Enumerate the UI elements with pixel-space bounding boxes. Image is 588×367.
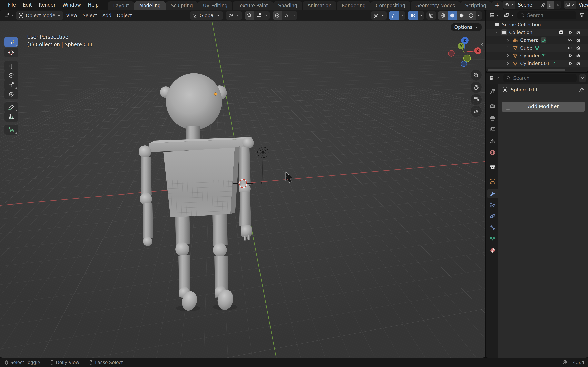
workspace-tab-modeling[interactable]: Modeling xyxy=(134,1,165,10)
outliner-row-collection[interactable]: Collection xyxy=(486,29,588,36)
shading-rendered-button[interactable] xyxy=(466,11,476,20)
tool-move[interactable] xyxy=(4,61,18,71)
render-camera-toggle[interactable] xyxy=(576,61,581,66)
workspace-tab-layout[interactable]: Layout xyxy=(108,1,134,10)
properties-options-button[interactable] xyxy=(579,74,586,82)
collection-icon[interactable] xyxy=(494,22,500,27)
chevron-right-icon[interactable] xyxy=(506,61,510,66)
active-object-name[interactable]: Sphere.011 xyxy=(511,87,538,92)
tool-transform[interactable] xyxy=(4,89,18,99)
orientation-dropdown[interactable]: Global xyxy=(190,11,223,20)
scene-object-empty[interactable] xyxy=(258,147,268,184)
workspace-tab-uv-editing[interactable]: UV Editing xyxy=(198,1,232,10)
properties-tab-scene[interactable] xyxy=(487,136,498,146)
render-camera-toggle[interactable] xyxy=(576,30,581,35)
outliner-scrollbar[interactable] xyxy=(488,69,565,71)
properties-tab-collection[interactable] xyxy=(487,162,498,172)
outliner-row-cube[interactable]: Cube xyxy=(486,44,588,52)
chevron-right-icon[interactable] xyxy=(506,53,510,58)
add-modifier-button[interactable]: Add Modifier xyxy=(502,101,585,112)
workspace-tab-compositing[interactable]: Compositing xyxy=(371,1,410,10)
new-scene-button[interactable] xyxy=(547,1,554,9)
view-layer-name[interactable]: ViewLayer xyxy=(576,2,588,8)
properties-tab-tool[interactable] xyxy=(487,87,498,96)
proportional-edit-toggle[interactable] xyxy=(273,11,282,20)
outliner-item-label[interactable]: Cylinder xyxy=(520,53,540,58)
editor-type-button[interactable] xyxy=(2,12,16,18)
snap-dropdown[interactable] xyxy=(264,11,270,20)
workspace-tab-rendering[interactable]: Rendering xyxy=(337,1,370,10)
properties-tab-particles[interactable] xyxy=(487,200,498,209)
object-camera-icon[interactable] xyxy=(512,37,518,43)
render-camera-toggle[interactable] xyxy=(576,53,581,58)
overlays-dropdown[interactable] xyxy=(418,11,424,20)
render-camera-icon[interactable] xyxy=(576,30,581,35)
checkbox-icon[interactable] xyxy=(559,30,564,35)
workspace-tab-texture-paint[interactable]: Texture Paint xyxy=(233,1,273,10)
eye-icon[interactable] xyxy=(567,61,572,66)
object-mesh-icon[interactable] xyxy=(512,53,518,58)
nav-pan-button[interactable] xyxy=(471,82,482,93)
scene-icon-button[interactable] xyxy=(503,1,515,9)
nav-toggle-projection-button[interactable] xyxy=(471,106,482,117)
outliner-item-label[interactable]: Cube xyxy=(520,45,532,50)
snap-toggle-button[interactable] xyxy=(245,11,254,20)
viewport-menu-object[interactable]: Object xyxy=(114,13,135,18)
properties-tab-view-layer[interactable] xyxy=(487,125,498,134)
workspace-tab-shading[interactable]: Shading xyxy=(273,1,302,10)
show-gizmo-toggle[interactable] xyxy=(389,11,399,20)
properties-editor-type-button[interactable] xyxy=(488,75,501,81)
chevron-right-icon[interactable] xyxy=(506,38,510,43)
outliner-row-scene-collection[interactable]: Scene Collection xyxy=(486,21,588,29)
outliner-row-camera[interactable]: Camera xyxy=(486,36,588,44)
properties-tab-output[interactable] xyxy=(487,114,498,123)
chevron-right-icon[interactable] xyxy=(506,45,510,50)
gizmo-axis-z[interactable]: Z xyxy=(461,37,468,44)
gizmo-axis-neg-z[interactable] xyxy=(461,61,467,67)
outliner-item-label[interactable]: Scene Collection xyxy=(502,22,541,27)
eye-toggle[interactable] xyxy=(567,53,572,58)
properties-tab-world[interactable] xyxy=(487,148,498,157)
object-mesh-icon[interactable] xyxy=(512,45,518,51)
properties-tab-object[interactable] xyxy=(487,177,498,186)
outliner-row-cylinder[interactable]: Cylinder xyxy=(486,52,588,59)
figure-head[interactable] xyxy=(166,73,222,130)
eye-icon[interactable] xyxy=(567,45,572,50)
visibility-dropdown[interactable] xyxy=(371,11,387,20)
render-camera-icon[interactable] xyxy=(576,53,581,58)
outliner-row-cylinder-001[interactable]: Cylinder.001 xyxy=(486,59,588,67)
object-mesh-icon[interactable] xyxy=(512,60,518,66)
proportional-dropdown[interactable] xyxy=(291,11,297,20)
pin-scene-button[interactable] xyxy=(540,1,547,9)
menu-help[interactable]: Help xyxy=(85,2,102,8)
eye-toggle[interactable] xyxy=(567,45,572,50)
collection-icon[interactable] xyxy=(501,30,507,35)
view-layer-icon-button[interactable] xyxy=(564,1,576,9)
outliner-item-label[interactable]: Cylinder.001 xyxy=(520,61,550,66)
shading-solid-button[interactable] xyxy=(448,11,457,20)
workspace-tab-geometry-nodes[interactable]: Geometry Nodes xyxy=(411,1,460,10)
menu-edit[interactable]: Edit xyxy=(19,2,35,8)
options-dropdown[interactable]: Options xyxy=(450,23,482,31)
eye-icon[interactable] xyxy=(567,53,572,58)
sidebar-collapse-arrow[interactable] xyxy=(480,42,484,48)
menu-file[interactable]: File xyxy=(4,2,19,8)
render-camera-toggle[interactable] xyxy=(576,45,581,50)
workspace-tab-sculpting[interactable]: Sculpting xyxy=(166,1,198,10)
properties-tab-material[interactable] xyxy=(487,246,498,255)
scene-name[interactable]: Scene xyxy=(515,2,540,8)
eye-icon[interactable] xyxy=(567,38,572,43)
tool-add-cube[interactable] xyxy=(4,125,18,134)
snap-with-button[interactable] xyxy=(254,11,264,20)
properties-tab-render[interactable] xyxy=(487,101,498,111)
pivot-dropdown[interactable] xyxy=(226,11,242,20)
outliner-display-mode-button[interactable] xyxy=(503,12,516,18)
outliner-item-label[interactable]: Collection xyxy=(509,30,532,35)
mode-dropdown[interactable]: Object Mode xyxy=(16,11,63,20)
menu-render[interactable]: Render xyxy=(35,2,59,8)
gizmo-axis-neg-x[interactable] xyxy=(448,50,454,57)
viewport-menu-select[interactable]: Select xyxy=(80,13,100,18)
properties-tab-modifiers[interactable] xyxy=(487,189,498,198)
tool-measure[interactable] xyxy=(4,112,18,122)
nav-zoom-button[interactable] xyxy=(471,69,482,81)
